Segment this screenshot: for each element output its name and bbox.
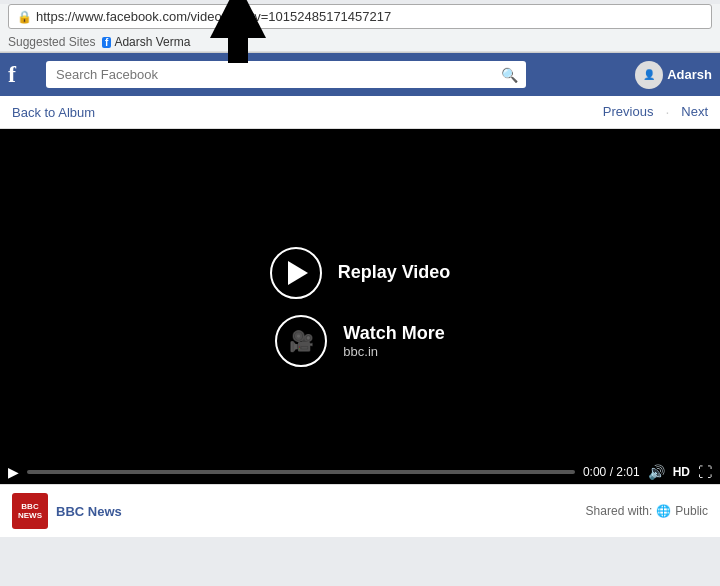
album-navigation: Back to Album Previous · Next [0,96,720,129]
bookmark-label: Adarsh Verma [114,35,190,49]
watch-more-text-container: Watch More bbc.in [343,323,444,359]
replay-video-button[interactable]: Replay Video [270,247,451,299]
watch-more-sublabel: bbc.in [343,344,444,359]
page-content: Back to Album Previous · Next Replay Vid… [0,96,720,537]
video-controls: ▶ 0:00 / 2:01 🔊 HD ⛶ [0,460,720,484]
post-details: BBC News [56,503,578,519]
search-icon: 🔍 [501,67,518,83]
shared-label: Shared with: [586,504,653,518]
browser-chrome: 🔒 https://www.facebook.com/video.php?v=1… [0,4,720,53]
post-info: BBC NEWS BBC News Shared with: 🌐 Public [0,484,720,537]
suggested-sites-label: Suggested Sites [8,35,95,49]
bookmarks-bar: Suggested Sites f Adarsh Verma [0,33,720,52]
bookmark-item[interactable]: f Adarsh Verma [102,35,190,49]
play-pause-button[interactable]: ▶ [8,464,19,480]
replay-circle-btn [270,247,322,299]
bbc-logo: BBC NEWS [12,493,48,529]
video-player: Replay Video 🎥 Watch More bbc.in ▶ 0:00 … [0,129,720,484]
username-label: Adarsh [667,67,712,82]
watch-more-circle-btn: 🎥 [275,315,327,367]
next-link[interactable]: Next [681,104,708,120]
replay-label: Replay Video [338,262,451,283]
video-overlay: Replay Video 🎥 Watch More bbc.in [270,247,451,367]
search-input[interactable] [46,61,526,88]
play-icon [288,261,308,285]
album-nav-right: Previous · Next [603,104,708,120]
bbc-line1: BBC [21,502,38,511]
facebook-logo[interactable]: f [8,61,38,88]
fullscreen-icon[interactable]: ⛶ [698,464,712,480]
visibility-label: Public [675,504,708,518]
replay-text-container: Replay Video [338,262,451,283]
address-bar[interactable]: 🔒 https://www.facebook.com/video.php?v=1… [8,4,712,29]
watch-more-label: Watch More [343,323,444,344]
bbc-line2: NEWS [18,511,42,520]
facebook-navbar: f 🔍 👤 Adarsh [0,53,720,96]
watch-more-button[interactable]: 🎥 Watch More bbc.in [275,315,444,367]
quality-badge[interactable]: HD [673,465,690,479]
time-display: 0:00 / 2:01 [583,465,640,479]
ssl-lock-icon: 🔒 [17,10,32,24]
fb-favicon: f [102,37,111,48]
avatar: 👤 [635,61,663,89]
post-source[interactable]: BBC News [56,504,122,519]
url-text: https://www.facebook.com/video.php?v=101… [36,9,703,24]
search-container: 🔍 [46,61,526,88]
navbar-right: 👤 Adarsh [635,61,712,89]
camera-icon: 🎥 [289,329,314,353]
volume-icon[interactable]: 🔊 [648,464,665,480]
previous-link[interactable]: Previous [603,104,654,120]
post-shared: Shared with: 🌐 Public [586,504,708,518]
progress-bar[interactable] [27,470,575,474]
back-to-album-link[interactable]: Back to Album [12,105,95,120]
nav-divider: · [665,104,669,120]
globe-icon: 🌐 [656,504,671,518]
